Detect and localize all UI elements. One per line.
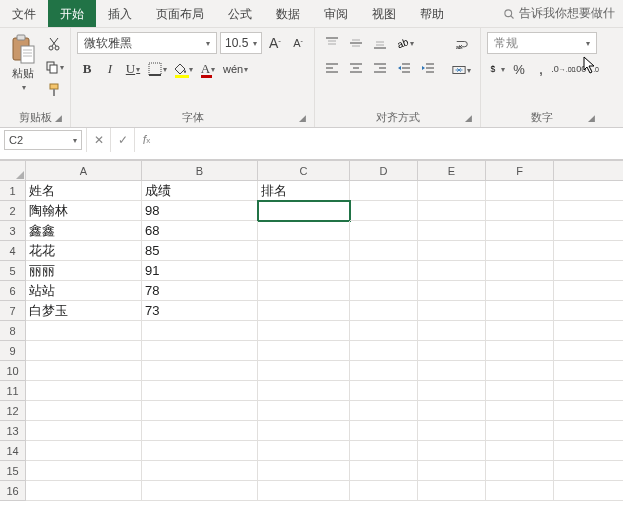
number-format-select[interactable]: 常规▾ — [487, 32, 597, 54]
cell-B1[interactable]: 成绩 — [142, 181, 258, 201]
cell-B6[interactable]: 78 — [142, 281, 258, 301]
cell-X13[interactable] — [554, 421, 623, 441]
cancel-formula-button[interactable]: ✕ — [86, 128, 110, 152]
cell-B13[interactable] — [142, 421, 258, 441]
cell-D8[interactable] — [350, 321, 418, 341]
cell-D11[interactable] — [350, 381, 418, 401]
cell-F6[interactable] — [486, 281, 554, 301]
cell-F14[interactable] — [486, 441, 554, 461]
cell-D6[interactable] — [350, 281, 418, 301]
align-left-button[interactable] — [321, 57, 343, 79]
cell-B8[interactable] — [142, 321, 258, 341]
clipboard-dialog-launcher[interactable]: ◢ — [55, 113, 62, 123]
cell-E6[interactable] — [418, 281, 486, 301]
insert-function-button[interactable]: fx — [134, 128, 158, 152]
row-header-10[interactable]: 10 — [0, 361, 26, 381]
cell-X8[interactable] — [554, 321, 623, 341]
cell-D5[interactable] — [350, 261, 418, 281]
cell-X6[interactable] — [554, 281, 623, 301]
cell-A12[interactable] — [26, 401, 142, 421]
row-header-16[interactable]: 16 — [0, 481, 26, 501]
cell-X9[interactable] — [554, 341, 623, 361]
cell-F12[interactable] — [486, 401, 554, 421]
cell-C2[interactable] — [258, 201, 350, 221]
menu-插入[interactable]: 插入 — [96, 0, 144, 27]
cell-C11[interactable] — [258, 381, 350, 401]
row-header-9[interactable]: 9 — [0, 341, 26, 361]
font-dialog-launcher[interactable]: ◢ — [299, 113, 306, 123]
enter-formula-button[interactable]: ✓ — [110, 128, 134, 152]
bold-button[interactable]: B — [77, 58, 97, 80]
accounting-format-button[interactable]: $▾ — [487, 58, 507, 80]
fill-color-button[interactable]: ▾ — [172, 58, 195, 80]
increase-decimal-button[interactable]: .0→.00 — [553, 58, 574, 80]
format-painter-button[interactable] — [44, 80, 64, 100]
cell-C12[interactable] — [258, 401, 350, 421]
cell-B2[interactable]: 98 — [142, 201, 258, 221]
row-header-13[interactable]: 13 — [0, 421, 26, 441]
cell-F7[interactable] — [486, 301, 554, 321]
cell-B5[interactable]: 91 — [142, 261, 258, 281]
col-header-extra[interactable] — [554, 161, 623, 181]
cell-B16[interactable] — [142, 481, 258, 501]
menu-页面布局[interactable]: 页面布局 — [144, 0, 216, 27]
cell-X14[interactable] — [554, 441, 623, 461]
orientation-button[interactable]: ab▾ — [393, 32, 415, 54]
cell-E8[interactable] — [418, 321, 486, 341]
cell-C16[interactable] — [258, 481, 350, 501]
cell-D3[interactable] — [350, 221, 418, 241]
wrap-text-button[interactable]: ab — [449, 34, 474, 56]
cell-C5[interactable] — [258, 261, 350, 281]
cell-D4[interactable] — [350, 241, 418, 261]
paste-button[interactable]: 粘贴 ▾ — [6, 32, 40, 94]
cell-X2[interactable] — [554, 201, 623, 221]
cell-D10[interactable] — [350, 361, 418, 381]
percent-button[interactable]: % — [509, 58, 529, 80]
cell-A1[interactable]: 姓名 — [26, 181, 142, 201]
menu-帮助[interactable]: 帮助 — [408, 0, 456, 27]
row-header-8[interactable]: 8 — [0, 321, 26, 341]
cell-E2[interactable] — [418, 201, 486, 221]
tell-me-search[interactable]: 告诉我你想要做什 — [495, 0, 623, 27]
cell-E5[interactable] — [418, 261, 486, 281]
cell-B11[interactable] — [142, 381, 258, 401]
cell-X4[interactable] — [554, 241, 623, 261]
merge-center-button[interactable]: ▾ — [449, 59, 474, 81]
cell-F13[interactable] — [486, 421, 554, 441]
underline-button[interactable]: U▾ — [123, 58, 143, 80]
cell-E9[interactable] — [418, 341, 486, 361]
decrease-font-button[interactable]: Aˇ — [288, 32, 308, 54]
font-color-button[interactable]: A ▾ — [198, 58, 218, 80]
cell-A14[interactable] — [26, 441, 142, 461]
cell-B3[interactable]: 68 — [142, 221, 258, 241]
cell-X1[interactable] — [554, 181, 623, 201]
cell-F15[interactable] — [486, 461, 554, 481]
increase-indent-button[interactable] — [417, 57, 439, 79]
cell-B14[interactable] — [142, 441, 258, 461]
menu-开始[interactable]: 开始 — [48, 0, 96, 27]
cell-E11[interactable] — [418, 381, 486, 401]
cell-C14[interactable] — [258, 441, 350, 461]
cell-F11[interactable] — [486, 381, 554, 401]
row-header-5[interactable]: 5 — [0, 261, 26, 281]
row-header-3[interactable]: 3 — [0, 221, 26, 241]
cut-button[interactable] — [44, 34, 64, 54]
row-header-14[interactable]: 14 — [0, 441, 26, 461]
cell-C3[interactable] — [258, 221, 350, 241]
cell-A8[interactable] — [26, 321, 142, 341]
row-header-7[interactable]: 7 — [0, 301, 26, 321]
col-header-F[interactable]: F — [486, 161, 554, 181]
name-box[interactable]: C2▾ — [4, 130, 82, 150]
cell-E15[interactable] — [418, 461, 486, 481]
cell-X10[interactable] — [554, 361, 623, 381]
cell-C10[interactable] — [258, 361, 350, 381]
cell-C1[interactable]: 排名 — [258, 181, 350, 201]
select-all-corner[interactable] — [0, 161, 26, 181]
cell-E1[interactable] — [418, 181, 486, 201]
row-header-6[interactable]: 6 — [0, 281, 26, 301]
cell-D9[interactable] — [350, 341, 418, 361]
cell-A11[interactable] — [26, 381, 142, 401]
cell-A15[interactable] — [26, 461, 142, 481]
cell-D12[interactable] — [350, 401, 418, 421]
italic-button[interactable]: I — [100, 58, 120, 80]
